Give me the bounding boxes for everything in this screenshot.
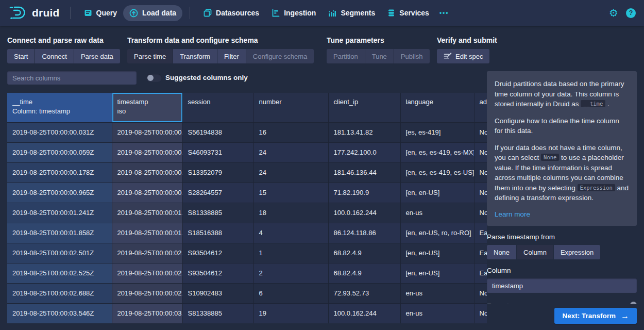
parse-timestamp-from-label: Parse timestamp from xyxy=(487,233,637,241)
parse-from-column-button[interactable]: Column xyxy=(517,245,553,259)
top-nav: druid Query Load data Datasources Inges xyxy=(0,0,644,26)
table-cell: en-us xyxy=(400,283,474,303)
parse-from-none-button[interactable]: None xyxy=(487,245,516,259)
table-cell: S28264557 xyxy=(182,183,253,203)
table-row: 2019-08-25T00:00:01.858Z2019-08-25T00:00… xyxy=(7,223,487,243)
table-cell: en-us xyxy=(400,203,474,223)
step-button-label: Partition xyxy=(333,53,358,60)
column-name: session xyxy=(188,97,248,107)
column-field-label: Column xyxy=(487,267,637,274)
table-cell: S18516388 xyxy=(182,223,253,243)
help-icon[interactable]: ? xyxy=(626,8,636,18)
search-input[interactable] xyxy=(7,71,137,85)
load-data-icon xyxy=(129,9,138,18)
table-cell: 1 xyxy=(253,243,328,263)
table-cell: 15 xyxy=(253,183,328,203)
table-cell: 2019-08-25T00:00:00.031Z xyxy=(7,122,112,142)
step-group-connect-and-parse-raw-data: Connect and parse raw dataStartConnectPa… xyxy=(7,36,120,63)
nav-item-query[interactable]: Query xyxy=(78,5,123,21)
step-button-start[interactable]: Start xyxy=(7,49,35,63)
column-header-language[interactable]: language xyxy=(400,93,474,122)
table-cell: [en, en-US] xyxy=(400,263,474,283)
table-row: 2019-08-25T00:00:00.031Z2019-08-25T00:00… xyxy=(7,122,487,142)
format-help-icon[interactable]: ? xyxy=(630,302,637,304)
table-cell: [en, en-US] xyxy=(400,183,474,203)
data-table: __timeColumn: timestamptimestampisosessi… xyxy=(7,93,487,323)
step-button-edit-spec[interactable]: Edit spec xyxy=(437,49,489,63)
nav-item-load-data[interactable]: Load data xyxy=(123,5,182,21)
table-cell: S10902483 xyxy=(182,283,253,303)
table-cell: NoAdblock xyxy=(474,303,487,323)
table-cell: 100.0.162.244 xyxy=(328,203,400,223)
column-header-number[interactable]: number xyxy=(253,93,328,122)
data-table-wrap: __timeColumn: timestamptimestampisosessi… xyxy=(7,93,487,323)
brand-name: druid xyxy=(32,7,60,19)
table-cell: NoAdblock xyxy=(474,122,487,142)
table-cell: 2019-08-25T00:00:00.059Z xyxy=(112,142,182,162)
step-button-label: Parse data xyxy=(81,53,113,60)
table-cell: 2 xyxy=(253,263,328,283)
code-chip: None xyxy=(541,154,559,161)
nav-item-services[interactable]: Services xyxy=(381,5,435,21)
settings-gear-icon[interactable]: ⚙ xyxy=(609,8,618,18)
table-row: 2019-08-25T00:00:02.501Z2019-08-25T00:00… xyxy=(7,243,487,263)
step-group-title: Tune parameters xyxy=(327,36,430,44)
table-cell: S13352079 xyxy=(182,162,253,183)
column-name: __time xyxy=(12,97,107,107)
table-cell: S56194838 xyxy=(182,122,253,142)
column-header--time[interactable]: __timeColumn: timestamp xyxy=(7,93,112,122)
toggle-knob xyxy=(147,75,154,81)
services-icon xyxy=(387,9,395,17)
table-row: 2019-08-25T00:00:00.965Z2019-08-25T00:00… xyxy=(7,183,487,203)
step-group-verify-and-submit: Verify and submitEdit spec xyxy=(437,36,497,63)
step-button-parse-data[interactable]: Parse data xyxy=(74,49,120,63)
table-cell: S46093731 xyxy=(182,142,253,162)
learn-more-link[interactable]: Learn more xyxy=(495,209,530,220)
column-input[interactable] xyxy=(487,278,637,293)
step-group-title: Connect and parse raw data xyxy=(7,36,120,44)
column-header-session[interactable]: session xyxy=(182,93,253,122)
table-cell: 19 xyxy=(253,303,328,323)
callout-paragraph: Druid partitions data based on the prima… xyxy=(495,79,629,109)
table-cell: 2019-08-25T00:00:02.525Z xyxy=(112,263,182,283)
parse-from-group: NoneColumnExpression xyxy=(487,245,637,259)
table-cell: 2019-08-25T00:00:03.546Z xyxy=(112,303,182,323)
table-cell: 2019-08-25T00:00:01.858Z xyxy=(7,223,112,243)
parse-from-expression-button[interactable]: Expression xyxy=(554,245,600,259)
column-header-client-ip[interactable]: client_ip xyxy=(328,93,400,122)
table-cell: 2019-08-25T00:00:00.178Z xyxy=(112,162,182,183)
callout-text: Druid partitions data based on the prima… xyxy=(495,79,629,203)
format-field-label: Format xyxy=(487,302,509,304)
table-cell: 4 xyxy=(253,223,328,243)
step-button-transform[interactable]: Transform xyxy=(173,49,217,63)
table-row: 2019-08-25T00:00:02.525Z2019-08-25T00:00… xyxy=(7,263,487,283)
step-group-transform-data-and-configure-schema: Transform data and configure schemaParse… xyxy=(127,36,314,63)
step-button-label: Parse time xyxy=(134,53,166,60)
nav-item-datasources[interactable]: Datasources xyxy=(197,5,265,21)
column-header-timestamp[interactable]: timestampiso xyxy=(112,93,182,122)
table-cell: 2019-08-25T00:00:00.031Z xyxy=(112,122,182,142)
nav-item-label: Query xyxy=(96,9,117,17)
step-button-parse-time[interactable]: Parse time xyxy=(127,49,173,63)
step-button-connect[interactable]: Connect xyxy=(35,49,73,63)
step-group-title: Transform data and configure schema xyxy=(127,36,314,44)
step-button-filter[interactable]: Filter xyxy=(217,49,246,63)
table-cell: 2019-08-25T00:00:01.241Z xyxy=(112,203,182,223)
table-cell: EasyList xyxy=(474,223,487,243)
nav-item-ingestion[interactable]: Ingestion xyxy=(265,5,322,21)
table-cell: 181.13.41.82 xyxy=(328,122,400,142)
step-button-label: Edit spec xyxy=(455,53,483,60)
nav-divider xyxy=(190,7,190,19)
table-cell: 2019-08-25T00:00:02.501Z xyxy=(112,243,182,263)
next-transform-button[interactable]: Next: Transform → xyxy=(554,308,637,324)
step-button-label: Configure schema xyxy=(253,53,308,60)
table-cell: S81338885 xyxy=(182,303,253,323)
side-panel: Druid partitions data based on the prima… xyxy=(487,71,637,304)
nav-item-segments[interactable]: Segments xyxy=(322,5,381,21)
more-menu-icon[interactable]: ••• xyxy=(435,9,453,16)
suggested-columns-toggle[interactable] xyxy=(146,74,162,82)
table-cell: 2019-08-25T00:00:00.965Z xyxy=(112,183,182,203)
callout-paragraph: If your data does not have a time column… xyxy=(495,143,629,203)
table-cell: 86.124.118.86 xyxy=(328,223,400,243)
column-header-adblock-list[interactable]: adblock_list xyxy=(474,93,487,122)
